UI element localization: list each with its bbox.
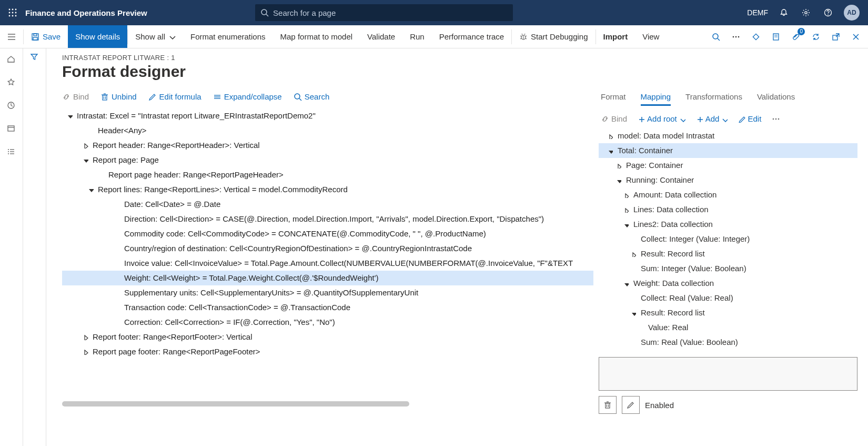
trash-icon xyxy=(603,401,612,409)
command-bar: Save Show details Show all Format enumer… xyxy=(0,25,868,48)
lines-icon xyxy=(213,93,221,101)
tree-node[interactable]: Direction: Cell<Direction> = CASE(@.Dire… xyxy=(62,212,593,226)
mapping-toolbar: Bind Add root Add Edit xyxy=(599,114,857,123)
mapping-pane: Format Mapping Transformations Validatio… xyxy=(593,92,857,442)
run-button[interactable]: Run xyxy=(402,25,432,48)
app-launcher-button[interactable] xyxy=(4,4,21,21)
detail-edit-button[interactable] xyxy=(622,396,640,414)
global-search[interactable]: Search for a page xyxy=(255,4,513,21)
trash-icon xyxy=(100,93,109,101)
breadcrumb: INTRASTAT REPORT LITWARE : 1 xyxy=(62,54,857,62)
add-root-button[interactable]: Add root xyxy=(638,114,685,123)
nav-modules[interactable] xyxy=(6,146,17,158)
show-details-button[interactable]: Show details xyxy=(68,25,127,48)
view-button[interactable]: View xyxy=(635,25,667,48)
tree-node[interactable]: Report footer: Range<ReportFooter>: Vert… xyxy=(62,330,593,344)
add-button[interactable]: Add xyxy=(696,114,728,123)
format-toolbar: Bind Unbind Edit formula Expand/collapse… xyxy=(62,92,593,101)
validate-button[interactable]: Validate xyxy=(360,25,402,48)
tree-node[interactable]: Transaction code: Cell<TransactionCode> … xyxy=(62,300,593,315)
settings-button[interactable] xyxy=(800,6,812,19)
tree-node[interactable]: Report lines: Range<ReportLines>: Vertic… xyxy=(62,182,593,197)
tree-search-button[interactable]: Search xyxy=(294,92,330,101)
company-code[interactable]: DEMF xyxy=(747,8,768,17)
user-avatar[interactable]: AD xyxy=(844,5,860,21)
map-format-to-model-button[interactable]: Map format to model xyxy=(273,25,360,48)
detail-delete-button[interactable] xyxy=(599,396,617,414)
format-tree[interactable]: Intrastat: Excel = "Intrastat report Lit… xyxy=(62,108,593,407)
notifications-button[interactable] xyxy=(778,6,790,19)
import-button[interactable]: Import xyxy=(596,25,635,48)
close-button[interactable] xyxy=(850,31,862,43)
mapping-node[interactable]: Sum: Integer (Value: Boolean) xyxy=(599,261,857,276)
tree-node[interactable]: Country/region of destination: Cell<Coun… xyxy=(62,241,593,256)
document-button[interactable] xyxy=(770,31,782,43)
tab-mapping[interactable]: Mapping xyxy=(641,92,671,106)
mapping-node[interactable]: Weight: Data collection xyxy=(599,276,857,291)
show-all-button[interactable]: Show all xyxy=(128,25,183,48)
mapping-node[interactable]: Sum: Real (Value: Boolean) xyxy=(599,335,857,350)
nav-toggle-button[interactable] xyxy=(0,25,23,48)
nav-recent[interactable] xyxy=(6,100,17,112)
mapping-node[interactable]: Running: Container xyxy=(599,173,857,187)
mapping-node[interactable]: Collect: Real (Value: Real) xyxy=(599,291,857,305)
mapping-node[interactable]: Lines: Data collection xyxy=(599,202,857,217)
link-icon xyxy=(62,93,70,101)
tab-transformations[interactable]: Transformations xyxy=(685,92,742,106)
tree-node[interactable]: Invoice value: Cell<InvoiceValue> = Tota… xyxy=(62,256,593,271)
right-tabs: Format Mapping Transformations Validatio… xyxy=(599,92,857,106)
mapping-tree[interactable]: model: Data model Intrastat Total: Conta… xyxy=(599,128,857,350)
popout-button[interactable] xyxy=(830,31,842,43)
attachments-button[interactable]: 0 xyxy=(790,31,802,43)
refresh-button[interactable] xyxy=(810,31,822,43)
mapping-node-selected[interactable]: Total: Container xyxy=(599,143,857,158)
tree-node[interactable]: Report page footer: Range<ReportPageFoot… xyxy=(62,344,593,359)
mapping-overflow-button[interactable] xyxy=(772,115,780,123)
help-button[interactable] xyxy=(822,6,834,19)
detail-textbox[interactable] xyxy=(599,357,857,391)
mapping-node[interactable]: Lines2: Data collection xyxy=(599,217,857,232)
bind-button[interactable]: Bind xyxy=(62,92,89,101)
mapping-node[interactable]: model: Data model Intrastat xyxy=(599,128,857,143)
quick-search-button[interactable] xyxy=(710,31,722,43)
edit-button[interactable]: Edit xyxy=(738,114,761,123)
mapping-node[interactable]: Amount: Data collection xyxy=(599,187,857,202)
tree-node[interactable]: Report page: Page xyxy=(62,153,593,167)
tree-node[interactable]: Date: Cell<Date> = @.Date xyxy=(62,197,593,212)
link-icon xyxy=(601,115,609,123)
save-button[interactable]: Save xyxy=(24,25,68,48)
mapping-node[interactable]: Collect: Integer (Value: Integer) xyxy=(599,232,857,246)
mapping-node[interactable]: Result: Record list xyxy=(599,246,857,261)
mapping-bind-button[interactable]: Bind xyxy=(601,114,627,123)
mapping-node[interactable]: Value: Real xyxy=(599,320,857,335)
performance-trace-button[interactable]: Performance trace xyxy=(432,25,511,48)
diamond-button[interactable] xyxy=(750,31,762,43)
app-title: Finance and Operations Preview xyxy=(25,8,147,17)
format-enumerations-button[interactable]: Format enumerations xyxy=(183,25,273,48)
start-debugging-button[interactable]: Start Debugging xyxy=(512,25,595,48)
tree-node[interactable]: Header<Any> xyxy=(62,123,593,138)
filter-button[interactable] xyxy=(30,53,39,446)
filter-strip xyxy=(23,48,46,446)
tree-node[interactable]: Commodity code: Cell<CommodityCode> = CO… xyxy=(62,226,593,241)
expand-collapse-button[interactable]: Expand/collapse xyxy=(213,92,282,101)
bug-icon xyxy=(519,33,528,41)
horizontal-scrollbar[interactable] xyxy=(62,400,589,407)
tree-node[interactable]: Supplementary units: Cell<SupplementaryU… xyxy=(62,285,593,300)
tab-format[interactable]: Format xyxy=(601,92,626,106)
tree-node-selected[interactable]: Weight: Cell<Weight> = Total.Page.Weight… xyxy=(62,271,593,285)
overflow-button[interactable] xyxy=(730,31,742,43)
tree-node[interactable]: Intrastat: Excel = "Intrastat report Lit… xyxy=(62,108,593,123)
chevron-down-icon xyxy=(679,116,685,122)
nav-workspaces[interactable] xyxy=(6,123,17,135)
unbind-button[interactable]: Unbind xyxy=(100,92,137,101)
nav-favorites[interactable] xyxy=(6,77,17,88)
mapping-node[interactable]: Page: Container xyxy=(599,158,857,173)
tree-node[interactable]: Report header: Range<ReportHeader>: Vert… xyxy=(62,138,593,153)
tree-node[interactable]: Report page header: Range<ReportPageHead… xyxy=(62,167,593,182)
edit-formula-button[interactable]: Edit formula xyxy=(148,92,201,101)
nav-home[interactable] xyxy=(6,54,17,65)
tab-validations[interactable]: Validations xyxy=(757,92,795,106)
mapping-node[interactable]: Result: Record list xyxy=(599,305,857,320)
tree-node[interactable]: Correction: Cell<Correction> = IF(@.Corr… xyxy=(62,315,593,330)
